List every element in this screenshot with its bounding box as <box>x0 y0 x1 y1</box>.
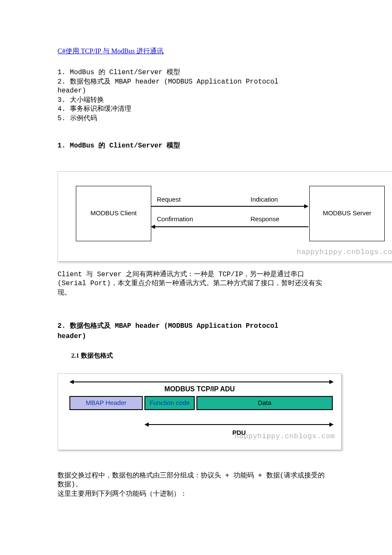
section-1-paragraph: Client 与 Server 之间有两种通讯方式：一种是 TCP/IP，另一种… <box>58 270 330 298</box>
arrow-icon <box>151 206 304 207</box>
section-2-heading: 2. 数据包格式及 MBAP header (MODBUS Applicatio… <box>58 321 283 341</box>
label-request: Request <box>157 195 181 205</box>
client-server-diagram: MODBUS Client MODBUS Server Request Indi… <box>58 171 392 262</box>
arrow-head-icon <box>69 380 74 384</box>
function-code-cell: Function code <box>144 396 195 410</box>
table-of-contents: 1. ModBus 的 Client/Server 模型 2. 数据包格式及 M… <box>58 68 283 124</box>
watermark: happyhippy.cnblogs.co <box>297 247 392 258</box>
data-cell: Data <box>196 396 333 410</box>
toc-item: 3. 大小端转换 <box>58 96 283 105</box>
modbus-server-box: MODBUS Server <box>309 186 385 241</box>
adu-label: MODBUS TCP/IP ADU <box>58 384 341 394</box>
arrow-head-icon <box>144 422 149 427</box>
section-2-1-heading: 2.1 数据包格式 <box>71 351 283 361</box>
label-indication: Indication <box>251 195 278 205</box>
arrow-head-icon <box>329 380 334 384</box>
section-2-paragraph-1: 数据交换过程中，数据包的格式由三部分组成：协议头 + 功能码 + 数据(请求或接… <box>58 471 330 490</box>
watermark: happyhippy.cnblogs.com <box>235 431 335 442</box>
arrow-head-icon <box>329 422 334 427</box>
title-link[interactable]: C#使用 TCP/IP 与 ModBus 进行通讯 <box>58 47 164 55</box>
mbap-header-cell: MBAP Header <box>69 396 143 410</box>
arrow-icon <box>155 226 308 227</box>
toc-item: 1. ModBus 的 Client/Server 模型 <box>58 68 283 78</box>
arrow-icon <box>74 382 329 382</box>
toc-item: 2. 数据包格式及 MBAP header (MODBUS Applicatio… <box>58 78 283 96</box>
section-1-heading: 1. ModBus 的 Client/Server 模型 <box>58 141 283 151</box>
arrow-head-icon <box>304 204 308 208</box>
label-response: Response <box>251 214 280 224</box>
modbus-client-box: MODBUS Client <box>76 186 151 241</box>
adu-pdu-diagram: MODBUS TCP/IP ADU MBAP Header Function c… <box>58 373 342 450</box>
toc-item: 4. 事务标识和缓冲清理 <box>58 105 283 114</box>
toc-item: 5. 示例代码 <box>58 114 283 124</box>
section-2-paragraph-2: 这里主要用到下列两个功能码（十进制）： <box>58 490 330 499</box>
arrow-icon <box>149 424 329 425</box>
label-confirmation: Confirmation <box>157 214 193 224</box>
arrow-head-icon <box>151 225 155 229</box>
